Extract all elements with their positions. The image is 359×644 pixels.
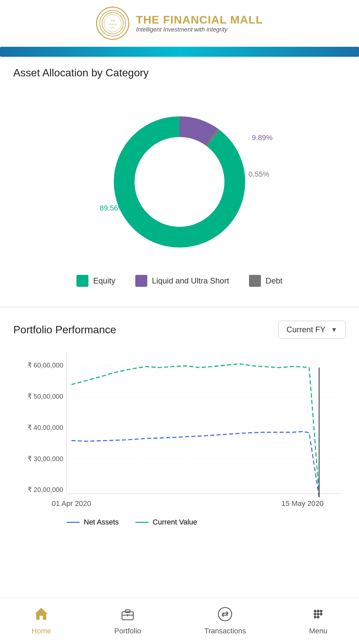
nav-home[interactable]: Home xyxy=(32,606,51,635)
legend-equity: Equity xyxy=(76,275,115,287)
svg-point-9 xyxy=(136,139,223,225)
nav-home-label: Home xyxy=(32,627,51,635)
svg-text:Financial: Financial xyxy=(109,23,117,25)
svg-text:₹ 20,00,000: ₹ 20,00,000 xyxy=(28,486,63,493)
svg-point-31 xyxy=(317,610,319,612)
debt-legend-label: Debt xyxy=(266,276,283,285)
net-assets-color xyxy=(66,522,80,523)
nav-transactions[interactable]: Transactions xyxy=(204,606,246,635)
donut-chart-container: 89.56% 9.89% 0.55% Equity Liquid and Ult… xyxy=(13,89,346,293)
legend-liquid: Liquid and Ultra Short xyxy=(135,275,229,287)
legend-debt: Debt xyxy=(249,275,283,287)
svg-point-27 xyxy=(218,607,232,621)
logo-circle: The Financial 1992 xyxy=(96,7,129,40)
line-chart-svg: ₹ 60,00,000 ₹ 50,00,000 ₹ 40,00,000 ₹ 30… xyxy=(13,349,346,515)
donut-svg xyxy=(93,96,266,268)
current-value-label: Current Value xyxy=(153,518,197,526)
equity-color-box xyxy=(76,275,88,287)
svg-text:₹ 40,00,000: ₹ 40,00,000 xyxy=(28,424,63,431)
svg-text:₹ 50,00,000: ₹ 50,00,000 xyxy=(28,393,63,400)
svg-rect-24 xyxy=(125,610,130,612)
debt-color-box xyxy=(249,275,261,287)
asset-allocation-section: Asset Allocation by Category xyxy=(0,57,359,303)
allocation-legend: Equity Liquid and Ultra Short Debt xyxy=(76,275,283,287)
svg-point-33 xyxy=(314,613,316,615)
nav-menu[interactable]: Menu xyxy=(309,606,327,635)
dropdown-label: Current FY xyxy=(287,325,325,334)
svg-text:₹ 60,00,000: ₹ 60,00,000 xyxy=(28,362,63,369)
nav-portfolio[interactable]: Portfolio xyxy=(114,606,141,635)
svg-point-35 xyxy=(320,613,322,615)
section-divider xyxy=(0,307,359,307)
menu-icon xyxy=(310,606,326,624)
svg-marker-22 xyxy=(35,608,48,620)
asset-allocation-title: Asset Allocation by Category xyxy=(13,67,346,79)
perf-header: Portfolio Performance Current FY ▼ xyxy=(13,321,346,339)
svg-point-32 xyxy=(320,610,322,612)
net-assets-line xyxy=(71,432,319,497)
x-label-apr: 01 Apr 2020 xyxy=(52,499,91,508)
home-icon xyxy=(34,606,49,624)
svg-text:The: The xyxy=(110,19,115,22)
liquid-legend-label: Liquid and Ultra Short xyxy=(152,276,229,285)
perf-title: Portfolio Performance xyxy=(13,324,116,336)
svg-point-30 xyxy=(314,610,316,612)
liquid-color-box xyxy=(135,275,147,287)
debt-label: 0.55% xyxy=(249,170,269,179)
logo-text: THE FINANCIAL MALL Intelligent Investmen… xyxy=(136,13,263,33)
nav-menu-label: Menu xyxy=(309,627,327,635)
donut-chart: 89.56% 9.89% 0.55% xyxy=(93,96,266,268)
line-chart-wrapper: ₹ 60,00,000 ₹ 50,00,000 ₹ 40,00,000 ₹ 30… xyxy=(13,349,346,515)
current-value-color xyxy=(135,522,149,523)
brand-name: THE FINANCIAL MALL xyxy=(136,13,263,26)
transfer-icon xyxy=(217,606,233,624)
briefcase-icon xyxy=(120,606,135,624)
equity-label: 89.56% xyxy=(100,204,125,212)
current-value-legend: Current Value xyxy=(135,518,197,526)
x-label-may: 15 May 2020 xyxy=(281,499,323,508)
portfolio-performance-section: Portfolio Performance Current FY ▼ ₹ 60,… xyxy=(0,311,359,580)
app-header: The Financial 1992 THE FINANCIAL MALL In… xyxy=(0,0,359,47)
top-banner xyxy=(0,47,359,57)
net-assets-label: Net Assets xyxy=(84,518,119,526)
svg-point-37 xyxy=(317,616,319,618)
dropdown-arrow-icon: ▼ xyxy=(331,326,337,334)
svg-text:1992: 1992 xyxy=(111,27,114,29)
logo-inner: The Financial 1992 xyxy=(99,10,126,37)
svg-text:₹ 30,00,000: ₹ 30,00,000 xyxy=(28,455,63,462)
svg-point-36 xyxy=(314,616,316,618)
bottom-navigation: Home Portfolio Transactions xyxy=(0,598,359,644)
svg-point-34 xyxy=(317,613,319,615)
chart-legend: Net Assets Current Value xyxy=(66,518,346,526)
net-assets-legend: Net Assets xyxy=(66,518,119,526)
liquid-label: 9.89% xyxy=(252,133,273,142)
nav-transactions-label: Transactions xyxy=(204,627,246,635)
nav-portfolio-label: Portfolio xyxy=(114,627,141,635)
current-value-line xyxy=(71,364,319,494)
brand-tagline: Intelligent Investment with integrity xyxy=(136,26,263,33)
equity-legend-label: Equity xyxy=(93,276,115,285)
period-dropdown[interactable]: Current FY ▼ xyxy=(278,321,346,339)
